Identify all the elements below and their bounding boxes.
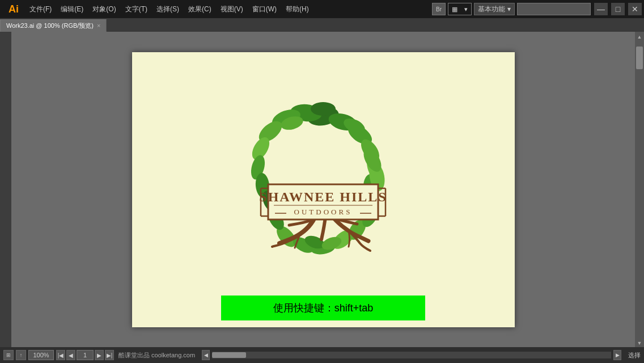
view-dropdown-icon[interactable]: ▾ <box>461 6 471 13</box>
menu-window[interactable]: 窗口(W) <box>248 0 281 18</box>
scrollbar-thumb[interactable] <box>636 47 643 69</box>
view-switcher[interactable]: ▦ ▾ <box>448 3 472 15</box>
menu-text[interactable]: 文字(T) <box>121 0 152 18</box>
menu-help[interactable]: 帮助(H) <box>281 0 313 18</box>
menu-view[interactable]: 视图(V) <box>216 0 248 18</box>
page-prev-button[interactable]: ◀ <box>66 350 75 360</box>
shortcut-banner: 使用快捷键：shift+tab <box>221 296 425 320</box>
page-input[interactable] <box>77 350 94 360</box>
workspace-arrow-icon: ▾ <box>507 5 511 13</box>
scroll-up-arrow[interactable]: ▲ <box>636 33 643 41</box>
tab-close-button[interactable]: × <box>97 22 100 29</box>
watermark-text: 酷课堂出品 coolketang.com <box>118 351 195 360</box>
main-area: SHAWNEE HILLS OUTDOORS 使用快捷键：shift+tab ▲… <box>0 32 644 347</box>
right-scrollbar[interactable]: ▲ ▼ <box>635 32 644 347</box>
workspace-dropdown[interactable]: 基本功能 ▾ <box>474 3 515 15</box>
page-first-button[interactable]: |◀ <box>56 350 65 360</box>
menu-file[interactable]: 文件(F) <box>25 0 56 18</box>
tab-bar: Work23.ai @ 100% (RGB/预览) × <box>0 18 644 32</box>
artboard: SHAWNEE HILLS OUTDOORS 使用快捷键：shift+tab <box>132 52 515 327</box>
page-next-button[interactable]: ▶ <box>95 350 104 360</box>
page-last-button[interactable]: ▶| <box>105 350 114 360</box>
title-bar: Ai 文件(F) 编辑(E) 对象(O) 文字(T) 选择(S) 效果(C) 视… <box>0 0 644 18</box>
logo-container: SHAWNEE HILLS OUTDOORS <box>227 81 420 290</box>
close-button[interactable]: ✕ <box>628 3 642 15</box>
shortcut-text: 使用快捷键：shift+tab <box>273 302 374 314</box>
zoom-input[interactable] <box>28 350 54 360</box>
current-tool-label: 选择 <box>628 351 641 360</box>
bridge-icon[interactable]: Br <box>432 3 446 15</box>
status-icon-arrow[interactable]: ↑ <box>16 350 26 360</box>
svg-text:SHAWNEE HILLS: SHAWNEE HILLS <box>259 189 387 204</box>
workspace-label: 基本功能 <box>478 5 505 14</box>
svg-point-16 <box>311 102 336 116</box>
scroll-down-arrow[interactable]: ▼ <box>636 339 643 347</box>
tab-title: Work23.ai @ 100% (RGB/预览) <box>6 22 94 30</box>
view-grid-icon[interactable]: ▦ <box>448 6 461 13</box>
menu-object[interactable]: 对象(O) <box>88 0 120 18</box>
ai-logo-icon: Ai <box>2 0 25 18</box>
svg-text:OUTDOORS: OUTDOORS <box>294 208 353 216</box>
status-icon-left[interactable]: ⊞ <box>3 350 14 360</box>
page-navigation: |◀ ◀ ▶ ▶| <box>56 350 114 360</box>
status-bar: ⊞ ↑ |◀ ◀ ▶ ▶| 酷课堂出品 coolketang.com ◀ ▶ 选… <box>0 347 644 363</box>
right-controls: Br ▦ ▾ 基本功能 ▾ — □ ✕ <box>432 3 642 15</box>
menu-select[interactable]: 选择(S) <box>152 0 184 18</box>
document-tab[interactable]: Work23.ai @ 100% (RGB/预览) × <box>0 19 107 32</box>
logo-svg: SHAWNEE HILLS OUTDOORS <box>230 89 417 282</box>
menu-edit[interactable]: 编辑(E) <box>56 0 88 18</box>
menu-effect[interactable]: 效果(C) <box>184 0 216 18</box>
hscroll-left-arrow[interactable]: ◀ <box>202 350 210 360</box>
minimize-button[interactable]: — <box>594 3 608 15</box>
bottom-scrollbar[interactable] <box>212 352 611 358</box>
search-input[interactable] <box>517 3 591 15</box>
menu-bar: 文件(F) 编辑(E) 对象(O) 文字(T) 选择(S) 效果(C) 视图(V… <box>25 0 432 18</box>
left-toolbar <box>0 32 11 347</box>
canvas-area[interactable]: SHAWNEE HILLS OUTDOORS 使用快捷键：shift+tab <box>11 32 635 347</box>
maximize-button[interactable]: □ <box>611 3 625 15</box>
bottom-scroll-thumb[interactable] <box>212 352 246 358</box>
hscroll-right-arrow[interactable]: ▶ <box>613 350 621 360</box>
